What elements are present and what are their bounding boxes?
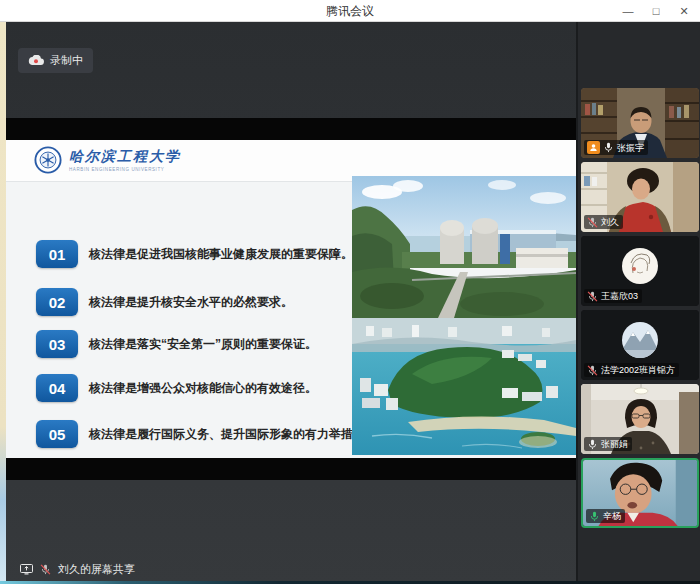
- participant-tile[interactable]: 王嘉欣03: [581, 236, 699, 306]
- item-number-badge: 05: [36, 420, 78, 448]
- item-number-badge: 04: [36, 374, 78, 402]
- participant-tile-active-speaker[interactable]: 辛杨: [581, 458, 699, 528]
- screen-share-banner: 刘久的屏幕共享: [20, 562, 135, 577]
- maximize-button[interactable]: □: [642, 0, 670, 22]
- participant-name: 王嘉欣03: [601, 290, 638, 302]
- slide-photos: [352, 176, 576, 455]
- mic-muted-icon: [587, 365, 598, 376]
- item-text: 核法律是提升核安全水平的必然要求。: [89, 294, 293, 311]
- participant-tile[interactable]: 张振宇: [581, 88, 699, 158]
- list-item: 05 核法律是履行国际义务、提升国际形象的有力举措。: [36, 420, 365, 448]
- nuclear-plant-photo: [352, 176, 576, 318]
- list-item: 01 核法律是促进我国核能事业健康发展的重要保障。: [36, 240, 353, 268]
- recording-label: 录制中: [50, 53, 83, 68]
- window-controls: — □ ✕: [614, 0, 698, 22]
- participant-name: 辛杨: [603, 510, 621, 522]
- list-item: 04 核法律是增强公众对核能信心的有效途径。: [36, 374, 317, 402]
- item-text: 核法律是增强公众对核能信心的有效途径。: [89, 380, 317, 397]
- recording-indicator[interactable]: 录制中: [18, 48, 93, 73]
- participant-tile[interactable]: 张丽娟: [581, 384, 699, 454]
- mic-speaking-icon: [589, 511, 600, 522]
- window-title: 腾讯会议: [0, 0, 700, 22]
- participant-name-badge: 法学2002班肖锦方: [584, 363, 679, 377]
- shared-screen-area: 录制中 哈尔滨工程大学: [6, 22, 576, 584]
- mic-muted-icon: [40, 564, 51, 575]
- minimize-button[interactable]: —: [614, 0, 642, 22]
- close-button[interactable]: ✕: [670, 0, 698, 22]
- slide: 哈尔滨工程大学 HARBIN ENGINEERING UNIVERSITY 01…: [6, 140, 576, 458]
- participants-sidebar[interactable]: 张振宇: [576, 22, 700, 584]
- university-logo: 哈尔滨工程大学 HARBIN ENGINEERING UNIVERSITY: [34, 146, 181, 174]
- participant-name-badge: 刘久: [584, 215, 623, 229]
- university-name-en: HARBIN ENGINEERING UNIVERSITY: [69, 167, 181, 172]
- participant-name: 法学2002班肖锦方: [601, 364, 675, 376]
- participant-tile[interactable]: 法学2002班肖锦方: [581, 310, 699, 380]
- item-number-badge: 02: [36, 288, 78, 316]
- mic-on-icon: [587, 439, 598, 450]
- item-text: 核法律是落实“安全第一”原则的重要保证。: [89, 336, 317, 353]
- coastal-site-aerial-photo: [352, 318, 576, 455]
- list-item: 03 核法律是落实“安全第一”原则的重要保证。: [36, 330, 317, 358]
- mic-muted-icon: [587, 217, 598, 228]
- mic-on-icon: [603, 142, 614, 153]
- participant-name: 张丽娟: [601, 438, 628, 450]
- participant-name-badge: 张丽娟: [584, 437, 632, 451]
- meeting-content: 录制中 哈尔滨工程大学: [0, 22, 700, 584]
- university-name-zh: 哈尔滨工程大学: [69, 148, 181, 166]
- presentation-stage: 哈尔滨工程大学 HARBIN ENGINEERING UNIVERSITY 01…: [6, 118, 576, 480]
- university-emblem-icon: [34, 146, 62, 174]
- tencent-meeting-window: 腾讯会议 — □ ✕ 录制中: [0, 0, 700, 584]
- mic-muted-icon: [587, 291, 598, 302]
- participant-name-badge: 张振宇: [584, 140, 648, 155]
- slide-body: 01 核法律是促进我国核能事业健康发展的重要保障。 02 核法律是提升核安全水平…: [6, 182, 576, 458]
- item-text: 核法律是促进我国核能事业健康发展的重要保障。: [89, 246, 353, 263]
- list-item: 02 核法律是提升核安全水平的必然要求。: [36, 288, 293, 316]
- item-text: 核法律是履行国际义务、提升国际形象的有力举措。: [89, 426, 365, 443]
- university-names: 哈尔滨工程大学 HARBIN ENGINEERING UNIVERSITY: [69, 148, 181, 172]
- share-banner-label: 刘久的屏幕共享: [58, 562, 135, 577]
- participant-tile[interactable]: 刘久: [581, 162, 699, 232]
- mobile-user-icon: [587, 141, 600, 154]
- participant-name: 刘久: [601, 216, 619, 228]
- item-number-badge: 03: [36, 330, 78, 358]
- screen-share-icon: [20, 564, 33, 575]
- cloud-recording-icon: [28, 55, 44, 66]
- participant-name-badge: 王嘉欣03: [584, 289, 642, 303]
- item-number-badge: 01: [36, 240, 78, 268]
- participant-name: 张振宇: [617, 142, 644, 154]
- participant-name-badge: 辛杨: [586, 509, 625, 523]
- title-bar: 腾讯会议 — □ ✕: [0, 0, 700, 22]
